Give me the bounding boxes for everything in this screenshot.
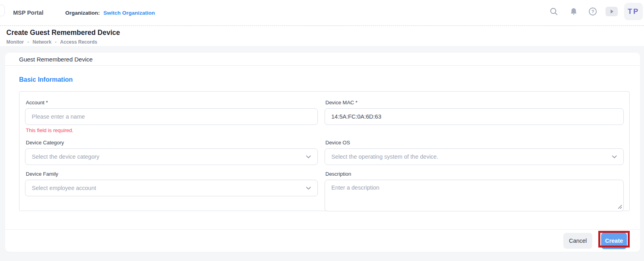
device-mac-input[interactable] bbox=[325, 108, 624, 125]
search-icon[interactable] bbox=[549, 7, 558, 16]
breadcrumb-separator: - bbox=[55, 39, 56, 45]
help-icon[interactable]: ? bbox=[588, 7, 597, 16]
chevron-down-icon bbox=[306, 186, 311, 190]
device-os-label: Device OS bbox=[325, 140, 623, 146]
description-label: Description bbox=[325, 171, 623, 177]
account-label: Account * bbox=[26, 100, 317, 106]
device-category-placeholder: Select the device category bbox=[32, 154, 99, 160]
create-button[interactable]: Create bbox=[601, 232, 627, 249]
device-family-select[interactable]: Select employee account bbox=[25, 180, 318, 196]
breadcrumb-item-network[interactable]: Network bbox=[33, 39, 51, 45]
avatar[interactable]: TP bbox=[624, 3, 643, 20]
device-family-label: Device Family bbox=[26, 171, 317, 177]
resize-grip-icon[interactable] bbox=[618, 203, 622, 211]
breadcrumb: Monitor - Network - Access Records bbox=[6, 39, 644, 45]
guest-remembered-device-card: Guest Remembered Device Basic Informatio… bbox=[5, 53, 640, 252]
footer-divider bbox=[5, 229, 640, 230]
switch-organization-link[interactable]: Switch Organization bbox=[103, 10, 155, 16]
device-family-field: Device Family Select employee account bbox=[25, 171, 318, 196]
collapsed-sidebar-edge bbox=[0, 5, 5, 16]
chevron-down-icon bbox=[612, 155, 617, 159]
device-os-placeholder: Select the operating system of the devic… bbox=[331, 154, 438, 160]
account-field: Account * This field is required. bbox=[25, 100, 318, 133]
video-tutorial-play-icon[interactable] bbox=[605, 7, 618, 16]
app-title: MSP Portal bbox=[13, 10, 43, 16]
notifications-bell-icon[interactable] bbox=[569, 7, 578, 16]
account-input[interactable] bbox=[25, 108, 318, 125]
device-os-select[interactable]: Select the operating system of the devic… bbox=[325, 148, 624, 165]
cancel-button[interactable]: Cancel bbox=[563, 233, 592, 249]
device-mac-label: Device MAC * bbox=[325, 100, 623, 106]
account-error-message: This field is required. bbox=[26, 127, 318, 133]
device-category-field: Device Category Select the device catego… bbox=[25, 140, 318, 165]
basic-information-section-title: Basic Information bbox=[19, 76, 640, 83]
basic-information-group: Account * This field is required. Device… bbox=[19, 91, 630, 211]
device-os-field: Device OS Select the operating system of… bbox=[325, 140, 624, 165]
description-textarea[interactable] bbox=[325, 180, 624, 211]
card-title: Guest Remembered Device bbox=[5, 53, 640, 66]
breadcrumb-item-monitor[interactable]: Monitor bbox=[6, 39, 24, 45]
page-title-area: Create Guest Remembered Device Monitor -… bbox=[0, 26, 644, 46]
chevron-down-icon bbox=[306, 155, 311, 159]
device-family-placeholder: Select employee account bbox=[32, 185, 96, 191]
breadcrumb-separator: - bbox=[27, 39, 29, 45]
device-category-select[interactable]: Select the device category bbox=[25, 148, 318, 165]
device-category-label: Device Category bbox=[26, 140, 317, 146]
breadcrumb-item-access-records[interactable]: Access Records bbox=[60, 39, 97, 45]
device-mac-field: Device MAC * bbox=[325, 100, 624, 125]
page-title: Create Guest Remembered Device bbox=[6, 29, 644, 37]
top-bar: MSP Portal Organization: Switch Organiza… bbox=[0, 0, 644, 26]
organization-label: Organization: bbox=[65, 10, 100, 16]
description-field: Description bbox=[325, 171, 624, 213]
svg-text:?: ? bbox=[592, 9, 594, 14]
